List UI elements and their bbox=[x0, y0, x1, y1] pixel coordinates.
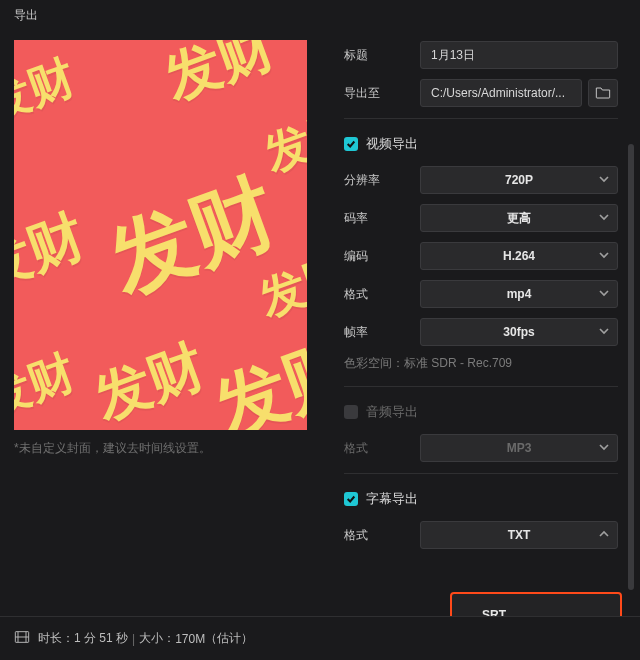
subtitle-option-srt[interactable]: SRT bbox=[452, 600, 620, 616]
video-format-label: 格式 bbox=[344, 286, 420, 303]
audio-export-section: 音频导出 bbox=[344, 403, 618, 421]
option-label: SRT bbox=[482, 608, 506, 616]
chevron-down-icon bbox=[599, 249, 609, 263]
separator: | bbox=[132, 632, 135, 646]
left-pane: 发财 发财 发财 发财 发财 发财 发财 发财 发财 *未自定义封面，建议去时间… bbox=[14, 40, 324, 616]
size-suffix: （估计） bbox=[205, 630, 253, 647]
size-value: 170M bbox=[175, 632, 205, 646]
subtitle-export-section: 字幕导出 bbox=[344, 490, 618, 508]
preview-glyph: 发财 bbox=[84, 328, 215, 430]
resolution-value: 720P bbox=[505, 173, 533, 187]
resolution-select[interactable]: 720P bbox=[420, 166, 618, 194]
chevron-up-icon bbox=[599, 528, 609, 542]
subtitle-export-checkbox[interactable] bbox=[344, 492, 358, 506]
codec-value: H.264 bbox=[503, 249, 535, 263]
video-export-checkbox[interactable] bbox=[344, 137, 358, 151]
video-export-section: 视频导出 bbox=[344, 135, 618, 153]
title-label: 标题 bbox=[344, 47, 420, 64]
preview-thumbnail: 发财 发财 发财 发财 发财 发财 发财 发财 发财 bbox=[14, 40, 307, 430]
export-path-input[interactable]: C:/Users/Administrator/... bbox=[420, 79, 582, 107]
folder-icon bbox=[595, 85, 611, 102]
audio-format-value: MP3 bbox=[507, 441, 532, 455]
subtitle-format-select[interactable]: TXT bbox=[420, 521, 618, 549]
codec-label: 编码 bbox=[344, 248, 420, 265]
codec-select[interactable]: H.264 bbox=[420, 242, 618, 270]
export-path-value: C:/Users/Administrator/... bbox=[431, 86, 565, 100]
preview-caption: *未自定义封面，建议去时间线设置。 bbox=[14, 440, 324, 457]
footer: 时长： 1 分 51 秒 | 大小： 170M （估计） bbox=[0, 616, 640, 660]
chevron-down-icon bbox=[599, 173, 609, 187]
chevron-down-icon bbox=[599, 211, 609, 225]
film-icon bbox=[14, 630, 30, 647]
audio-export-checkbox[interactable] bbox=[344, 405, 358, 419]
subtitle-format-label: 格式 bbox=[344, 527, 420, 544]
chevron-down-icon bbox=[599, 441, 609, 455]
divider bbox=[344, 473, 618, 474]
preview-glyph: 发财 bbox=[154, 40, 285, 118]
preview-glyph: 发财 bbox=[256, 96, 307, 186]
video-format-value: mp4 bbox=[507, 287, 532, 301]
titlebar: 导出 bbox=[0, 0, 640, 30]
video-export-label: 视频导出 bbox=[366, 135, 418, 153]
preview-glyph: 发财 bbox=[202, 318, 307, 430]
resolution-label: 分辨率 bbox=[344, 172, 420, 189]
check-icon bbox=[346, 494, 356, 504]
scrollbar[interactable] bbox=[628, 144, 634, 590]
check-icon bbox=[346, 139, 356, 149]
bitrate-value: 更高 bbox=[507, 210, 531, 227]
subtitle-export-label: 字幕导出 bbox=[366, 490, 418, 508]
divider bbox=[344, 118, 618, 119]
bitrate-select[interactable]: 更高 bbox=[420, 204, 618, 232]
audio-format-select: MP3 bbox=[420, 434, 618, 462]
browse-folder-button[interactable] bbox=[588, 79, 618, 107]
export-path-label: 导出至 bbox=[344, 85, 420, 102]
preview-glyph: 发财 bbox=[14, 46, 84, 136]
fps-select[interactable]: 30fps bbox=[420, 318, 618, 346]
duration-value: 1 分 51 秒 bbox=[74, 630, 128, 647]
title-value: 1月13日 bbox=[431, 47, 475, 64]
color-space-info: 色彩空间：标准 SDR - Rec.709 bbox=[344, 355, 618, 372]
subtitle-format-value: TXT bbox=[508, 528, 531, 542]
subtitle-format-dropdown: SRT TXT bbox=[450, 592, 622, 616]
video-format-select[interactable]: mp4 bbox=[420, 280, 618, 308]
preview-glyph: 发财 bbox=[14, 198, 96, 308]
audio-format-label: 格式 bbox=[344, 440, 420, 457]
title-input[interactable]: 1月13日 bbox=[420, 41, 618, 69]
chevron-down-icon bbox=[599, 287, 609, 301]
duration-label: 时长： bbox=[38, 630, 74, 647]
size-label: 大小： bbox=[139, 630, 175, 647]
chevron-down-icon bbox=[599, 325, 609, 339]
fps-value: 30fps bbox=[503, 325, 534, 339]
bitrate-label: 码率 bbox=[344, 210, 420, 227]
preview-glyph: 发财 bbox=[14, 341, 84, 430]
fps-label: 帧率 bbox=[344, 324, 420, 341]
window-title: 导出 bbox=[14, 7, 38, 24]
audio-export-label: 音频导出 bbox=[366, 403, 418, 421]
settings-pane: 标题 1月13日 导出至 C:/Users/Administrator/... bbox=[344, 40, 636, 616]
divider bbox=[344, 386, 618, 387]
